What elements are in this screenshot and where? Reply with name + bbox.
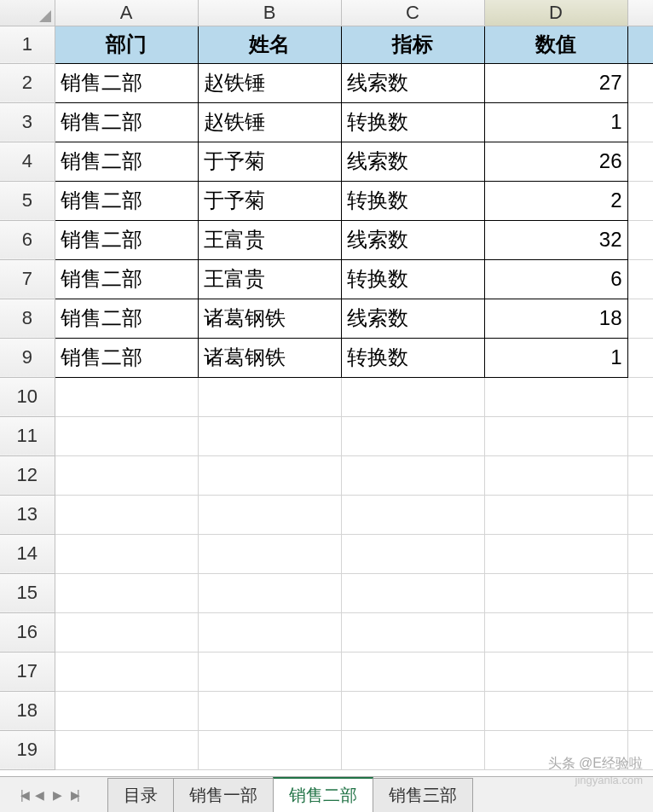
cell[interactable] — [55, 573, 198, 612]
row-header[interactable]: 2 — [0, 63, 55, 102]
cell[interactable]: 转换数 — [341, 181, 484, 220]
row-header[interactable]: 16 — [0, 612, 55, 652]
sheet-tab-toc[interactable]: 目录 — [107, 778, 174, 812]
cell-extra[interactable] — [627, 63, 653, 102]
cell[interactable]: 转换数 — [341, 102, 484, 142]
cell[interactable]: 销售二部 — [55, 259, 198, 299]
cell[interactable]: 6 — [484, 259, 627, 299]
select-all-corner[interactable] — [0, 0, 55, 26]
cell[interactable] — [341, 455, 484, 495]
col-header-d[interactable]: D — [484, 0, 627, 26]
cell[interactable]: 线索数 — [341, 299, 484, 338]
row-header[interactable]: 3 — [0, 102, 55, 142]
col-header-extra[interactable] — [627, 0, 653, 26]
row-header[interactable]: 5 — [0, 181, 55, 220]
cell[interactable] — [341, 495, 484, 534]
row-header[interactable]: 10 — [0, 377, 55, 416]
cell-extra[interactable] — [627, 573, 653, 612]
cell[interactable] — [484, 534, 627, 573]
cell[interactable]: 1 — [484, 102, 627, 142]
cell[interactable]: 赵铁锤 — [198, 102, 341, 142]
cell-extra[interactable] — [627, 691, 653, 730]
cell[interactable]: 销售二部 — [55, 63, 198, 102]
cell[interactable] — [341, 573, 484, 612]
row-header[interactable]: 17 — [0, 652, 55, 691]
cell-extra-1[interactable] — [627, 26, 653, 63]
col-header-c[interactable]: C — [341, 0, 484, 26]
cell[interactable] — [341, 534, 484, 573]
cell[interactable] — [198, 416, 341, 455]
cell[interactable]: 销售二部 — [55, 142, 198, 181]
cell[interactable] — [341, 652, 484, 691]
sheet-tab-sales3[interactable]: 销售三部 — [373, 778, 473, 812]
sheet-tab-sales2[interactable]: 销售二部 — [273, 777, 373, 812]
cell[interactable] — [484, 573, 627, 612]
cell-extra[interactable] — [627, 220, 653, 259]
cell-extra[interactable] — [627, 338, 653, 377]
row-header[interactable]: 13 — [0, 495, 55, 534]
cell-extra[interactable] — [627, 652, 653, 691]
row-header[interactable]: 4 — [0, 142, 55, 181]
cell[interactable] — [55, 691, 198, 730]
cell[interactable]: 销售二部 — [55, 220, 198, 259]
row-header[interactable]: 6 — [0, 220, 55, 259]
col-header-a[interactable]: A — [55, 0, 198, 26]
cell[interactable] — [198, 691, 341, 730]
cell[interactable] — [341, 691, 484, 730]
cell[interactable]: 王富贵 — [198, 220, 341, 259]
cell[interactable]: 32 — [484, 220, 627, 259]
cell[interactable] — [341, 416, 484, 455]
cell[interactable] — [198, 455, 341, 495]
cell[interactable] — [55, 730, 198, 769]
row-header[interactable]: 7 — [0, 259, 55, 299]
cell[interactable]: 1 — [484, 338, 627, 377]
cell-c1[interactable]: 指标 — [341, 26, 484, 63]
cell[interactable]: 诸葛钢铁 — [198, 299, 341, 338]
cell[interactable] — [484, 612, 627, 652]
sheet-tab-sales1[interactable]: 销售一部 — [173, 778, 274, 812]
cell[interactable] — [341, 612, 484, 652]
cell[interactable] — [55, 455, 198, 495]
cell-extra[interactable] — [627, 377, 653, 416]
cell[interactable]: 18 — [484, 299, 627, 338]
cell[interactable]: 26 — [484, 142, 627, 181]
row-header[interactable]: 18 — [0, 691, 55, 730]
cell[interactable]: 转换数 — [341, 338, 484, 377]
cell[interactable] — [55, 534, 198, 573]
cell-extra[interactable] — [627, 495, 653, 534]
cell-a1[interactable]: 部门 — [55, 26, 198, 63]
cell-extra[interactable] — [627, 299, 653, 338]
cell-extra[interactable] — [627, 416, 653, 455]
row-header[interactable]: 11 — [0, 416, 55, 455]
cell-extra[interactable] — [627, 259, 653, 299]
cell[interactable] — [198, 377, 341, 416]
cell[interactable] — [198, 612, 341, 652]
cell[interactable] — [198, 730, 341, 769]
cell[interactable] — [484, 377, 627, 416]
cell[interactable]: 王富贵 — [198, 259, 341, 299]
cell[interactable] — [55, 495, 198, 534]
cell[interactable] — [484, 495, 627, 534]
cell[interactable] — [341, 730, 484, 769]
col-header-b[interactable]: B — [198, 0, 341, 26]
cell-extra[interactable] — [627, 612, 653, 652]
cell[interactable]: 销售二部 — [55, 181, 198, 220]
cell-extra[interactable] — [627, 181, 653, 220]
cell[interactable]: 销售二部 — [55, 338, 198, 377]
cell[interactable] — [484, 652, 627, 691]
tab-nav-last-icon[interactable]: ▶| — [67, 786, 80, 803]
cell[interactable] — [198, 495, 341, 534]
cell[interactable] — [198, 573, 341, 612]
row-header[interactable]: 9 — [0, 338, 55, 377]
cell[interactable] — [484, 416, 627, 455]
cell-extra[interactable] — [627, 142, 653, 181]
cell[interactable]: 转换数 — [341, 259, 484, 299]
cell[interactable]: 线索数 — [341, 142, 484, 181]
tab-nav-next-icon[interactable]: ▶ — [49, 786, 66, 803]
cell[interactable]: 于予菊 — [198, 142, 341, 181]
row-header-1[interactable]: 1 — [0, 26, 55, 63]
cell[interactable]: 线索数 — [341, 63, 484, 102]
cell[interactable]: 27 — [484, 63, 627, 102]
tab-nav-first-icon[interactable]: |◀ — [17, 786, 30, 803]
cell[interactable] — [55, 377, 198, 416]
